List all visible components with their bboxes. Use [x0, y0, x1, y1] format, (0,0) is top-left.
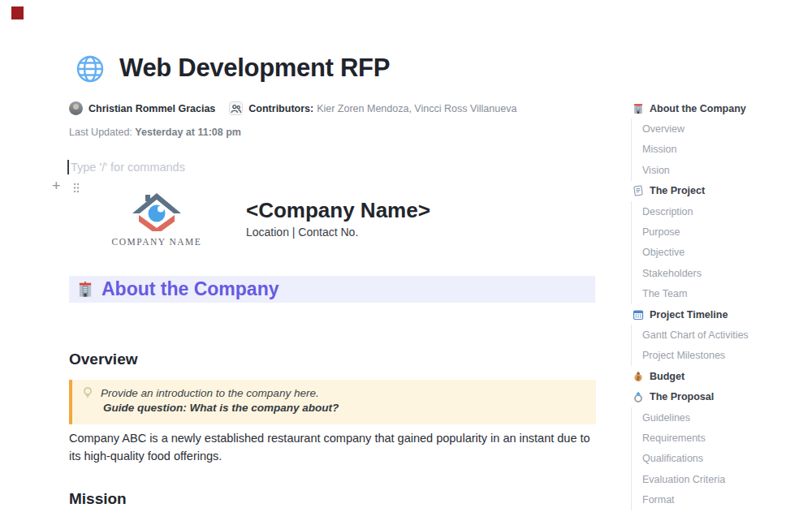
company-logo: COMPANY NAME	[109, 189, 205, 247]
toc-item-evaluation-criteria[interactable]: Evaluation Criteria	[631, 469, 812, 489]
drag-handle-icon[interactable]	[73, 182, 80, 196]
toc-item-gantt-chart[interactable]: Gantt Chart of Activities	[631, 325, 812, 345]
company-logo-text: COMPANY NAME	[109, 237, 205, 247]
guide-callout[interactable]: Provide an introduction to the company h…	[69, 380, 596, 424]
document-meta-row: Christian Rommel Gracias Contributors: K…	[69, 101, 516, 115]
callout-instruction: Provide an introduction to the company h…	[101, 387, 319, 399]
callout-guide-question: Guide question: What is the company abou…	[103, 402, 588, 414]
workspace-color-mark	[11, 6, 24, 19]
heading-mission[interactable]: Mission	[69, 490, 127, 508]
company-name-heading[interactable]: <Company Name>	[246, 198, 430, 223]
toc-item-project-milestones[interactable]: Project Milestones	[631, 346, 812, 366]
toc-item-description[interactable]: Description	[631, 201, 812, 222]
toc-section-label: Project Timeline	[650, 309, 728, 321]
money-bag-icon	[633, 371, 644, 382]
toc-item-format[interactable]: Format	[631, 489, 812, 510]
editor-placeholder: Type '/' for commands	[71, 161, 185, 174]
toc-item-overview[interactable]: Overview	[631, 118, 812, 139]
toc-section-label: The Proposal	[650, 391, 714, 402]
contributors-icon	[229, 101, 243, 115]
lightbulb-icon	[82, 386, 93, 399]
ring-icon	[633, 391, 644, 402]
toc-item-purpose[interactable]: Purpose	[631, 222, 812, 242]
toc-item-requirements[interactable]: Requirements	[631, 428, 812, 448]
page-title[interactable]: Web Development RFP	[119, 54, 390, 83]
toc-item-qualifications[interactable]: Qualifications	[631, 449, 812, 469]
contributors-label: Contributors:	[248, 103, 313, 114]
editor-empty-block[interactable]: Type '/' for commands	[67, 160, 185, 174]
toc-item-stakeholders[interactable]: Stakeholders	[631, 263, 812, 283]
contributors-names: Kier Zoren Mendoza, Vincci Ross Villanue…	[317, 103, 516, 114]
toc-section-label: The Project	[650, 185, 705, 196]
company-logo-graphic	[126, 189, 188, 231]
company-contact-line[interactable]: Location | Contact No.	[246, 226, 358, 239]
toc-section-the-project[interactable]: The Project	[631, 181, 812, 201]
calendar-icon	[633, 309, 644, 321]
toc-item-the-team[interactable]: The Team	[631, 284, 812, 304]
toc-item-mission[interactable]: Mission	[631, 140, 812, 160]
office-building-icon	[633, 103, 644, 114]
toc-section-label: About the Company	[650, 103, 746, 114]
heading-overview[interactable]: Overview	[69, 351, 138, 368]
last-updated-value: Yesterday at 11:08 pm	[135, 127, 241, 138]
toc-section-budget[interactable]: Budget	[631, 366, 812, 386]
globe-icon	[75, 54, 106, 84]
office-building-icon	[77, 282, 93, 298]
toc-item-guidelines[interactable]: Guidelines	[631, 407, 812, 428]
last-updated-row: Last Updated: Yesterday at 11:08 pm	[69, 127, 241, 138]
toc-section-label: Budget	[650, 371, 685, 382]
toc-section-the-proposal[interactable]: The Proposal	[631, 386, 812, 407]
overview-paragraph[interactable]: Company ABC is a newly established resta…	[69, 430, 600, 465]
section-banner-label: About the Company	[102, 278, 279, 300]
last-updated-label: Last Updated:	[69, 127, 132, 138]
toc-item-objective[interactable]: Objective	[631, 243, 812, 263]
document-icon	[633, 185, 644, 196]
document-page: Web Development RFP Christian Rommel Gra…	[0, 0, 812, 512]
text-cursor	[67, 160, 69, 174]
author-avatar	[69, 101, 83, 115]
table-of-contents: About the Company Overview Mission Visio…	[631, 98, 812, 510]
add-block-button[interactable]: +	[52, 179, 61, 193]
section-banner-about-company[interactable]: About the Company	[69, 276, 595, 303]
author-name: Christian Rommel Gracias	[89, 103, 215, 114]
toc-section-project-timeline[interactable]: Project Timeline	[631, 304, 812, 325]
toc-section-about-company[interactable]: About the Company	[631, 98, 812, 118]
toc-item-vision[interactable]: Vision	[631, 160, 812, 180]
